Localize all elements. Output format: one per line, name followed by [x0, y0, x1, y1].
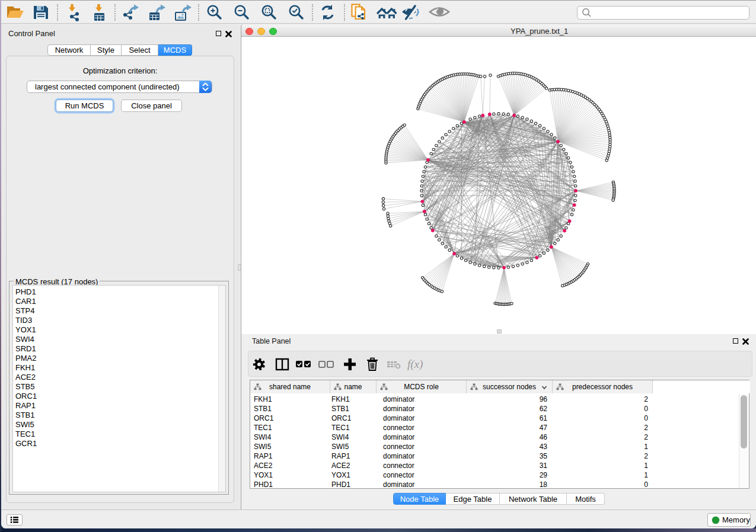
svg-text:f(x): f(x): [407, 358, 423, 371]
